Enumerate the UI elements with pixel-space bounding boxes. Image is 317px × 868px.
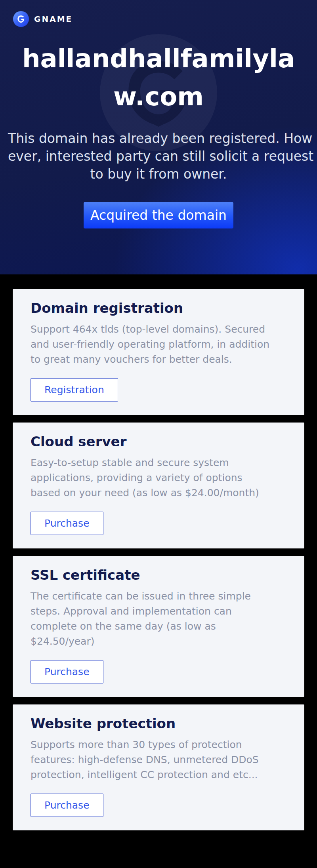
domain-line-2: w.com: [14, 78, 303, 116]
hero-description-line: ever, interested party can still solicit…: [8, 147, 309, 165]
purchase-website-protection-button[interactable]: Purchase: [31, 794, 103, 817]
brand-logo[interactable]: GNAME: [13, 11, 317, 27]
card-title: Domain registration: [31, 299, 286, 317]
service-card-ssl-certificate: SSL certificate The certificate can be i…: [13, 556, 304, 697]
page: GNAME hallandhallfamilyla w.com This dom…: [0, 0, 317, 868]
hero-description: This domain has already been registered.…: [0, 129, 317, 183]
services-section: Domain registration Support 464x tlds (t…: [0, 274, 317, 830]
card-title: Website protection: [31, 715, 286, 732]
page-title-domain: hallandhallfamilyla w.com: [0, 40, 317, 116]
gname-logo-icon: [13, 11, 29, 27]
domain-line-1: hallandhallfamilyla: [14, 40, 303, 78]
card-description: Support 464x tlds (top-level domains). S…: [31, 322, 274, 367]
card-description: Supports more than 30 types of protectio…: [31, 737, 274, 782]
hero-section: GNAME hallandhallfamilyla w.com This dom…: [0, 0, 317, 274]
acquired-domain-button[interactable]: Acquired the domain: [84, 202, 233, 228]
card-title: SSL certificate: [31, 566, 286, 584]
service-card-cloud-server: Cloud server Easy-to-setup stable and se…: [13, 423, 304, 548]
card-description: Easy-to-setup stable and secure system a…: [31, 455, 274, 501]
purchase-cloud-server-button[interactable]: Purchase: [31, 512, 103, 535]
card-title: Cloud server: [31, 433, 286, 450]
purchase-ssl-certificate-button[interactable]: Purchase: [31, 660, 103, 683]
service-card-domain-registration: Domain registration Support 464x tlds (t…: [13, 289, 304, 415]
card-description: The certificate can be issued in three s…: [31, 589, 274, 649]
service-card-website-protection: Website protection Supports more than 30…: [13, 704, 304, 830]
brand-name: GNAME: [34, 14, 73, 24]
registration-button[interactable]: Registration: [31, 378, 118, 402]
hero-description-line: to buy it from owner.: [8, 165, 309, 183]
hero-description-line: This domain has already been registered.…: [8, 129, 309, 147]
